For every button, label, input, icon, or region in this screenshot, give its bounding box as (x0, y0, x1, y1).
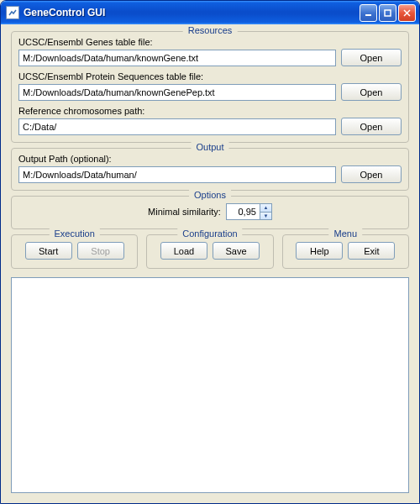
app-icon (6, 6, 19, 19)
save-button[interactable]: Save (213, 242, 260, 260)
spin-up-button[interactable]: ▲ (260, 203, 272, 212)
exit-button[interactable]: Exit (348, 242, 395, 260)
load-button[interactable]: Load (160, 242, 207, 260)
menu-legend: Menu (329, 228, 363, 239)
resources-legend: Resources (183, 25, 238, 35)
min-sim-input[interactable] (226, 203, 260, 220)
execution-legend: Execution (50, 228, 100, 239)
genes-label: UCSC/Ensembl Genes table file: (18, 37, 402, 47)
execution-group: Execution Start Stop (11, 234, 138, 269)
genes-file-input[interactable] (18, 50, 336, 66)
output-path-input[interactable] (18, 166, 336, 183)
window-title: GeneControl GUI (24, 7, 360, 18)
spin-down-button[interactable]: ▼ (260, 212, 272, 221)
open-output-button[interactable]: Open (341, 165, 402, 183)
window-controls (360, 4, 416, 22)
protein-label: UCSC/Ensembl Protein Sequences table fil… (18, 71, 402, 81)
configuration-group: Configuration Load Save (146, 234, 273, 269)
chrom-path-input[interactable] (18, 118, 336, 135)
stop-button[interactable]: Stop (77, 242, 124, 260)
output-group: Output Output Path (optional): Open (11, 148, 409, 191)
resources-group: Resources UCSC/Ensembl Genes table file:… (11, 31, 409, 143)
options-group: Options Minimal similarity: ▲ ▼ (11, 196, 409, 229)
help-button[interactable]: Help (296, 242, 343, 260)
button-groups: Execution Start Stop Configuration Load … (11, 234, 409, 269)
log-output[interactable] (11, 277, 409, 493)
menu-group: Menu Help Exit (282, 234, 409, 269)
configuration-legend: Configuration (177, 228, 242, 239)
maximize-button[interactable] (379, 4, 396, 22)
minimize-button[interactable] (360, 4, 377, 22)
close-button[interactable] (398, 4, 416, 22)
content-area: Resources UCSC/Ensembl Genes table file:… (1, 24, 419, 503)
output-legend: Output (191, 142, 228, 152)
options-legend: Options (189, 190, 231, 200)
start-button[interactable]: Start (25, 242, 72, 260)
app-window: GeneControl GUI Resources UCSC/Ensembl G… (0, 0, 420, 504)
protein-file-input[interactable] (18, 84, 336, 101)
open-genes-button[interactable]: Open (341, 49, 402, 66)
open-protein-button[interactable]: Open (341, 83, 402, 101)
svg-rect-0 (365, 14, 371, 16)
titlebar: GeneControl GUI (1, 1, 419, 24)
svg-rect-1 (385, 10, 391, 16)
min-sim-label: Minimal similarity: (148, 207, 221, 217)
min-sim-spinner: ▲ ▼ (226, 203, 272, 220)
open-chrom-button[interactable]: Open (341, 118, 402, 135)
chrom-label: Reference chromosomes path: (18, 106, 402, 116)
output-path-label: Output Path (optional): (18, 154, 402, 164)
